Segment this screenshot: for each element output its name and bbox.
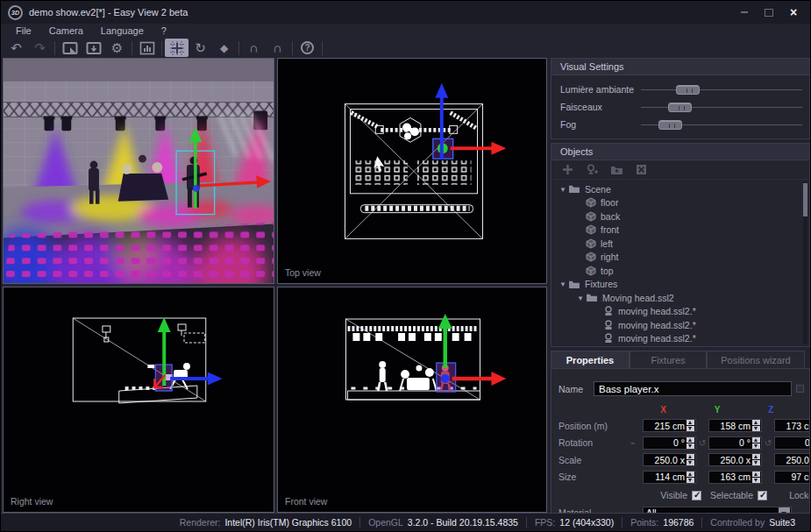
stats-chart-icon[interactable] [135,39,159,57]
position-z-field[interactable]: 173 cm [774,419,810,432]
tree-item-moving-head-1[interactable]: moving head.ssl2.* [551,305,809,319]
spinner[interactable] [687,420,694,431]
close-button[interactable]: × [787,6,800,18]
delete-object-icon[interactable] [636,164,647,175]
add-fixture-icon[interactable] [586,164,598,175]
viewport-top[interactable]: Top view [277,58,547,284]
size-y-field[interactable]: 163 cm [708,471,762,484]
tree-item-front[interactable]: front [551,223,809,238]
beams-slider[interactable] [641,101,802,113]
objects-tree: ▾Scene floor back front left right top ▾… [551,180,809,346]
tree-scrollbar[interactable] [803,181,807,344]
viewport-3d[interactable] [3,58,274,284]
spinner[interactable] [687,472,694,483]
menu-language[interactable]: Language [93,25,152,36]
reset-rotation-icon[interactable]: ↺ [696,438,708,448]
axis-x-label: X [643,405,684,415]
scale-diamond-icon[interactable]: ◆ [212,39,236,57]
tab-fixtures[interactable]: Fixtures [630,351,707,368]
opengl-status: OpenGL3.2.0 - Build 20.19.15.4835 [360,517,526,528]
scale-y-field[interactable]: 250.0 x [708,453,762,466]
tree-item-right[interactable]: right [551,251,809,265]
size-z-field[interactable]: 97 cm [774,471,810,484]
spinner[interactable] [752,454,760,465]
settings-gear-icon[interactable]: ⚙ [105,39,129,57]
tree-item-floor[interactable]: floor [551,196,809,210]
visible-checkbox[interactable]: Visible [643,490,708,500]
slider-handle[interactable] [658,120,682,130]
tab-positions-wizard[interactable]: Positions wizard [707,351,805,368]
fog-slider[interactable] [641,118,802,131]
checkbox-box[interactable] [758,491,767,500]
selectable-checkbox[interactable]: Selectable [708,490,774,500]
tree-item-moving-head-2[interactable]: moving head.ssl2.* [551,318,809,332]
right-sidebar: Visual Settings Lumière ambiante Faiscea… [551,58,810,514]
slider-handle[interactable] [668,103,692,112]
cube-icon [586,252,596,262]
viewport-front[interactable]: Front view [277,287,547,513]
spinner[interactable] [752,420,760,431]
tree-item-moving-head-3[interactable]: moving head.ssl2.* [551,332,809,346]
link-axes-icon[interactable]: ⌁ [623,438,643,448]
screen-icon[interactable] [58,39,82,57]
viewport-label: Front view [285,496,327,507]
tree-item-back[interactable]: back [551,209,809,223]
rotation-y-field[interactable]: 0 ° [708,436,762,450]
tab-properties[interactable]: Properties [551,351,630,368]
tree-item-moving-head-group[interactable]: ▾Moving head.ssl2 [551,291,809,305]
magnet-snap-icon[interactable]: ∩ [266,39,289,57]
rotate-icon[interactable]: ↻ [189,39,212,57]
position-row: Position (m) 215 cm 158 cm 173 cm [558,417,804,435]
tree-scrollbar-thumb[interactable] [803,183,807,216]
menu-help[interactable]: ? [153,25,174,36]
expander-icon[interactable]: ▾ [558,185,567,194]
magnet-attract-icon[interactable]: ∩ [242,39,266,57]
add-group-icon[interactable] [610,165,623,175]
top-wireframe [278,59,546,283]
rotation-z-field[interactable]: 0 ° [774,436,810,450]
checkbox-box[interactable] [692,491,701,500]
help-icon[interactable]: ? [295,39,319,57]
tree-item-left[interactable]: left [551,237,809,251]
tree-item-scene[interactable]: ▾Scene [551,182,809,196]
spinner[interactable] [752,472,760,483]
expander-icon[interactable]: ▾ [576,294,585,302]
screen-capture-icon[interactable] [82,39,105,57]
undo-icon[interactable]: ↶ [4,39,28,57]
slider-row-ambient: Lumière ambiante [560,81,802,98]
menu-camera[interactable]: Camera [41,25,91,36]
size-x-field[interactable]: 114 cm [643,471,696,484]
cube-icon [586,266,596,276]
tree-item-fixtures[interactable]: ▾Fixtures [551,278,809,292]
spinner[interactable] [752,437,760,449]
position-x-field[interactable]: 215 cm [643,419,696,432]
name-options-button[interactable] [796,385,804,393]
viewport-grid: Top view [3,58,547,513]
rotation-x-field[interactable]: 0 ° [643,436,696,450]
locked-checkbox[interactable]: Locked [774,490,810,500]
scale-z-field[interactable]: 250.0 x [774,453,810,466]
menu-file[interactable]: File [8,25,39,36]
visual-settings-panel: Visual Settings Lumière ambiante Faiscea… [551,58,810,139]
add-object-icon[interactable] [562,164,573,175]
spinner[interactable] [687,437,694,449]
ambient-light-slider[interactable] [641,83,802,96]
redo-icon[interactable]: ↷ [28,39,52,57]
maximize-button[interactable] [763,6,775,18]
axis-z-label: Z [751,405,792,415]
toolbar-separator [292,41,293,55]
reset-rotation-icon[interactable]: ↺ [762,438,774,448]
minimize-button[interactable] [738,6,751,18]
slider-handle[interactable] [676,85,700,95]
app-logo-icon: 3D [8,5,23,20]
axis-y-label: Y [696,405,737,415]
expander-icon[interactable]: ▾ [558,280,567,288]
name-input[interactable]: Bass player.x [594,381,792,396]
position-y-field[interactable]: 158 cm [708,419,762,432]
scale-x-field[interactable]: 250.0 x [643,453,696,466]
tree-item-top[interactable]: top [551,264,809,278]
spinner[interactable] [687,454,694,465]
move-axes-icon[interactable] [165,39,189,57]
slider-label: Fog [560,119,641,130]
viewport-right[interactable]: Right view [3,287,274,513]
